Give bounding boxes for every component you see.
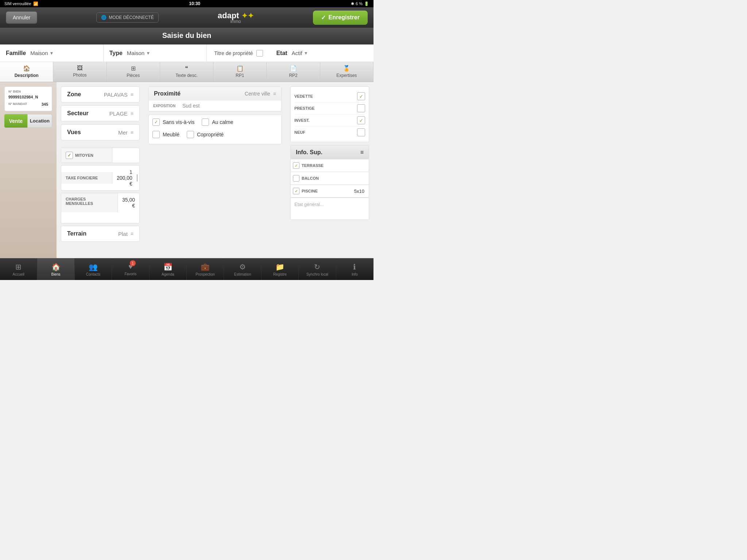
info-sup-box: Info. Sup. ≡ ✓ TERRASSE BALCON ✓ — [290, 145, 369, 220]
vedette-checkbox[interactable]: ✓ — [357, 92, 365, 100]
tab-description[interactable]: 🏠 Description — [0, 62, 53, 82]
proximite-label: Proximité — [154, 90, 181, 97]
copropriete-checkbox[interactable] — [187, 131, 194, 138]
synchro-icon: ↻ — [314, 262, 320, 271]
terrasse-cb-container: ✓ — [291, 159, 302, 172]
famille-value: Maison ▼ — [30, 50, 54, 56]
save-button[interactable]: ✓ Enregistrer — [313, 11, 368, 25]
vues-value: Mer ≡ — [118, 129, 133, 136]
meuble-row: Meublé — [152, 131, 179, 138]
cancel-button[interactable]: Annuler — [6, 11, 37, 24]
etat-field[interactable]: Etat Actif ▼ — [270, 44, 374, 62]
mode-label: MODE DÉCONNECTÉ — [109, 15, 154, 20]
piscine-value: 5x10 — [350, 186, 369, 197]
piscine-cb-container: ✓ — [291, 185, 302, 197]
nav-prospection[interactable]: 💼 Prospection — [187, 258, 224, 280]
tab-rp1[interactable]: 📋 RP1 — [213, 62, 267, 82]
titre-checkbox[interactable] — [256, 50, 263, 57]
agenda-icon: 📅 — [163, 262, 173, 271]
zone-dropdown[interactable]: Zone PALAVAS ≡ — [61, 86, 140, 102]
mitoyen-label-container: ✓ MITOYEN — [61, 148, 112, 163]
prospection-icon: 💼 — [201, 262, 210, 271]
meuble-checkbox[interactable] — [152, 131, 160, 138]
zone-value: PALAVAS ≡ — [104, 92, 133, 98]
rp1-icon: 📋 — [236, 65, 244, 72]
nav-registre[interactable]: 📁 Registre — [262, 258, 299, 280]
tab-rp2[interactable]: 📄 RP2 — [267, 62, 320, 82]
etat-general-placeholder: Etat général... — [294, 202, 324, 207]
taxe-fonciere-value: 1 200,00 € — [112, 166, 137, 190]
nav-biens[interactable]: 🏠 Biens — [37, 258, 74, 280]
tab-texte[interactable]: ❝ Texte desc. — [160, 62, 213, 82]
registre-label: Registre — [273, 272, 287, 276]
no-mandat-label: N° MANDAT — [8, 102, 27, 106]
prestige-checkbox[interactable] — [357, 104, 365, 112]
nav-agenda[interactable]: 📅 Agenda — [150, 258, 187, 280]
registre-icon: 📁 — [275, 262, 285, 271]
vues-dropdown[interactable]: Vues Mer ≡ — [61, 124, 140, 140]
charges-extra — [61, 212, 139, 223]
contacts-icon: 👥 — [89, 262, 98, 271]
type-field[interactable]: Type Maison ▼ — [104, 44, 207, 62]
invest-checkbox[interactable]: ✓ — [357, 116, 365, 124]
vues-menu-icon: ≡ — [131, 129, 133, 135]
nav-favoris[interactable]: ♥ 1 Favoris — [112, 258, 149, 280]
etat-chevron: ▼ — [304, 51, 308, 56]
au-calme-row: Au calme — [202, 118, 233, 126]
tab-photos[interactable]: 🖼 Photos — [53, 62, 107, 82]
neuf-checkbox[interactable] — [357, 128, 365, 136]
balcon-cb-container — [291, 172, 302, 184]
charges-label: CHARGES MENSUELLES — [61, 193, 118, 212]
exonere-checkbox[interactable] — [137, 174, 138, 182]
mitoyen-checkbox[interactable]: ✓ — [66, 152, 73, 159]
etat-label: Etat — [276, 50, 287, 57]
titre-propriete-field[interactable]: Titre de propriété — [207, 50, 270, 57]
sans-vis-label: Sans vis-à-vis — [163, 119, 194, 125]
toolbar: Annuler 🌐 MODE DÉCONNECTÉ adapt ✦✦ immo … — [0, 7, 374, 28]
proximite-header: Proximité Centre ville ≡ — [149, 87, 281, 101]
exposition-input[interactable] — [182, 103, 277, 109]
nav-info[interactable]: ℹ Info — [336, 258, 374, 280]
property-info-box: N° BIEN 99999102984_N N° MANDAT 345 — [4, 86, 52, 111]
exposition-label: EXPOSITION — [153, 104, 179, 108]
terrain-dropdown[interactable]: Terrain Plat ≡ — [61, 226, 140, 242]
app-logo: adapt ✦✦ immo — [218, 11, 254, 24]
mode-deconnecte-button[interactable]: 🌐 MODE DÉCONNECTÉ — [96, 12, 158, 23]
tab-pieces[interactable]: ⊞ Pièces — [107, 62, 160, 82]
nav-synchro[interactable]: ↻ Synchro local — [299, 258, 336, 280]
secteur-dropdown[interactable]: Secteur PLAGE ≡ — [61, 105, 140, 121]
tab-expertises-label: Expertises — [336, 73, 357, 78]
au-calme-checkbox[interactable] — [202, 118, 209, 126]
tab-expertises[interactable]: 🏅 Expertises — [320, 62, 374, 82]
home-icon: 🏠 — [23, 65, 30, 72]
sans-vis-checkbox[interactable]: ✓ — [152, 118, 160, 126]
famille-label: Famille — [6, 50, 26, 57]
prospection-label: Prospection — [196, 272, 215, 276]
terrasse-label: TERRASSE — [302, 160, 360, 171]
tab-rp1-label: RP1 — [236, 73, 244, 78]
property-type-row: Famille Maison ▼ Type Maison ▼ Titre de … — [0, 44, 374, 62]
copropriete-row: Copropriété — [187, 131, 224, 138]
status-right: ✱ 6 % 🔋 — [351, 1, 369, 6]
nav-contacts[interactable]: 👥 Contacts — [75, 258, 112, 280]
piscine-checkbox[interactable]: ✓ — [293, 188, 299, 194]
status-time: 10:30 — [189, 1, 200, 6]
charges-inner: CHARGES MENSUELLES 35,00 € — [61, 193, 139, 212]
status-left: SIM verrouillée 📶 — [4, 1, 38, 6]
nav-accueil[interactable]: ⊞ Accueil — [0, 258, 37, 280]
info-sup-menu-icon: ≡ — [360, 149, 364, 156]
no-bien-label: N° BIEN — [8, 90, 21, 93]
etat-general-field[interactable]: Etat général... — [291, 198, 369, 219]
location-button[interactable]: Location — [27, 114, 52, 128]
bottom-nav: ⊞ Accueil 🏠 Biens 👥 Contacts ♥ 1 Favoris… — [0, 258, 374, 280]
battery-label: 6 % — [356, 1, 363, 6]
proximite-menu-icon: ≡ — [273, 91, 276, 97]
terrain-label: Terrain — [67, 230, 86, 237]
vente-button[interactable]: Vente — [4, 114, 27, 128]
famille-field[interactable]: Famille Maison ▼ — [0, 44, 104, 62]
nav-estimation[interactable]: ⚙ Estimation — [224, 258, 261, 280]
terrasse-checkbox[interactable]: ✓ — [293, 162, 299, 169]
secteur-value: PLAGE ≡ — [109, 110, 133, 117]
balcon-checkbox[interactable] — [293, 175, 299, 182]
synchro-label: Synchro local — [306, 272, 328, 276]
